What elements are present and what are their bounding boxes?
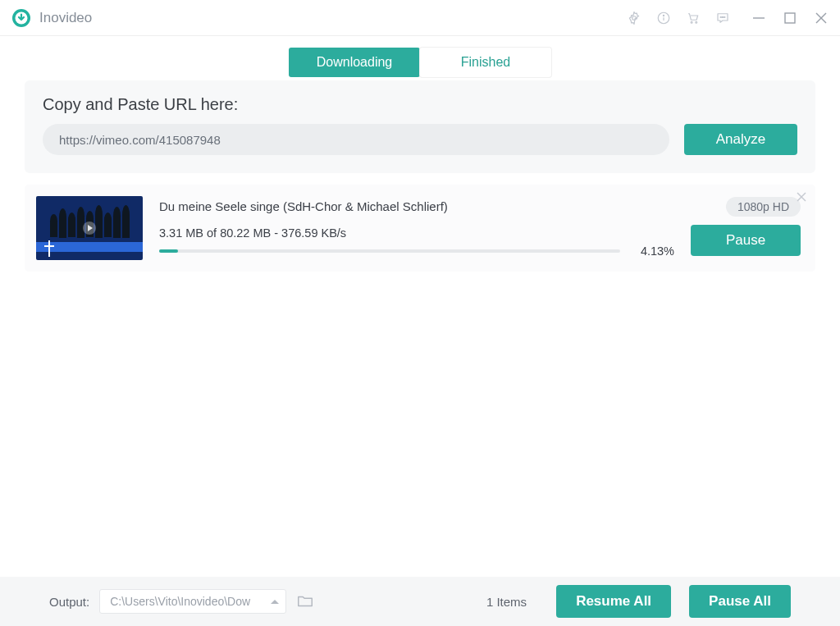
pause-all-button[interactable]: Pause All — [689, 585, 791, 618]
tabs: Downloading Finished — [0, 36, 840, 80]
downloads-list: Du meine Seele singe (SdH-Chor & Michael… — [25, 185, 815, 272]
svg-point-9 — [722, 16, 723, 17]
svg-point-6 — [691, 21, 692, 23]
app-logo-icon — [11, 8, 31, 28]
chevron-up-icon — [271, 600, 279, 604]
download-info: Du meine Seele singe (SdH-Chor & Michael… — [159, 199, 674, 258]
output-path-dropdown[interactable]: C:\Users\Vito\Inovideo\Dow — [99, 589, 286, 614]
analyze-button[interactable]: Analyze — [684, 124, 797, 155]
video-thumbnail — [36, 196, 143, 260]
title-bar: Inovideo — [0, 0, 840, 36]
title-actions — [627, 11, 829, 25]
url-panel: Copy and Paste URL here: Analyze — [25, 80, 815, 173]
progress-percent: 4.13% — [633, 244, 674, 258]
download-title: Du meine Seele singe (SdH-Chor & Michael… — [159, 199, 674, 213]
url-row: Analyze — [43, 124, 797, 155]
items-count: 1 Items — [486, 595, 527, 609]
output-path-text: C:\Users\Vito\Inovideo\Dow — [110, 595, 266, 608]
feedback-icon[interactable] — [715, 11, 730, 25]
tab-downloading[interactable]: Downloading — [289, 48, 420, 77]
tab-finished[interactable]: Finished — [420, 48, 551, 77]
remove-item-icon[interactable] — [796, 191, 807, 203]
svg-point-7 — [696, 21, 697, 23]
settings-icon[interactable] — [627, 11, 641, 25]
footer: Output: C:\Users\Vito\Inovideo\Dow 1 Ite… — [0, 577, 840, 626]
quality-badge: 1080p HD — [726, 197, 801, 217]
download-stats: 3.31 MB of 80.22 MB - 376.59 KB/s — [159, 226, 674, 240]
title-left: Inovideo — [11, 8, 92, 28]
svg-point-2 — [632, 16, 637, 20]
maximize-button[interactable] — [783, 11, 797, 25]
app-name: Inovideo — [39, 10, 92, 26]
svg-rect-12 — [785, 13, 795, 23]
download-item: Du meine Seele singe (SdH-Chor & Michael… — [25, 185, 815, 272]
url-label: Copy and Paste URL here: — [43, 95, 797, 114]
svg-point-8 — [720, 16, 721, 17]
progress-bar — [159, 249, 620, 253]
progress-row: 4.13% — [159, 244, 674, 258]
pause-button[interactable]: Pause — [691, 225, 801, 256]
play-icon — [83, 222, 96, 235]
svg-point-5 — [663, 15, 664, 16]
output-label: Output: — [49, 595, 89, 609]
open-folder-icon[interactable] — [296, 592, 314, 610]
resume-all-button[interactable]: Resume All — [556, 585, 671, 618]
minimize-button[interactable] — [751, 11, 766, 25]
url-input[interactable] — [43, 124, 669, 155]
cart-icon[interactable] — [686, 11, 701, 25]
window-controls — [751, 11, 829, 25]
close-button[interactable] — [814, 11, 829, 25]
progress-fill — [159, 249, 178, 253]
svg-point-10 — [724, 16, 725, 17]
info-icon[interactable] — [656, 11, 671, 25]
download-actions: 1080p HD Pause — [691, 197, 801, 256]
